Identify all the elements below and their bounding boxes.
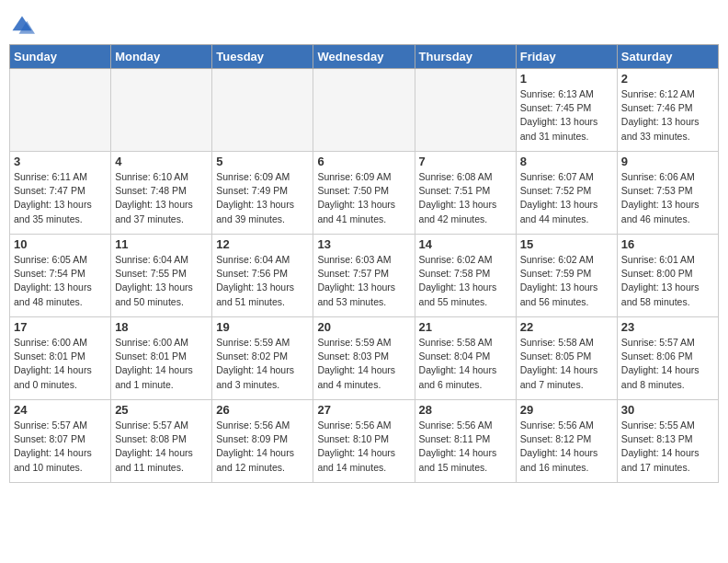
calendar-cell: [415, 69, 516, 152]
day-info: Sunrise: 6:04 AMSunset: 7:55 PMDaylight:…: [115, 253, 208, 309]
day-number: 4: [115, 155, 208, 168]
calendar-table: SundayMondayTuesdayWednesdayThursdayFrid…: [9, 44, 719, 483]
calendar-cell: 8Sunrise: 6:07 AMSunset: 7:52 PMDaylight…: [516, 152, 617, 235]
calendar-cell: 30Sunrise: 5:55 AMSunset: 8:13 PMDayligh…: [617, 400, 718, 483]
calendar-header-row: SundayMondayTuesdayWednesdayThursdayFrid…: [10, 45, 719, 69]
calendar-cell: 29Sunrise: 5:56 AMSunset: 8:12 PMDayligh…: [516, 400, 617, 483]
calendar-week-row: 24Sunrise: 5:57 AMSunset: 8:07 PMDayligh…: [10, 400, 719, 483]
calendar-cell: 18Sunrise: 6:00 AMSunset: 8:01 PMDayligh…: [111, 317, 212, 400]
day-info: Sunrise: 6:13 AMSunset: 7:45 PMDaylight:…: [520, 87, 613, 144]
day-number: 5: [216, 155, 309, 168]
calendar-cell: 21Sunrise: 5:58 AMSunset: 8:04 PMDayligh…: [415, 317, 516, 400]
day-number: 22: [520, 320, 613, 334]
calendar-cell: [212, 69, 313, 152]
calendar-cell: 6Sunrise: 6:09 AMSunset: 7:50 PMDaylight…: [313, 152, 415, 235]
calendar-cell: 15Sunrise: 6:02 AMSunset: 7:59 PMDayligh…: [516, 235, 617, 317]
calendar-week-row: 3Sunrise: 6:11 AMSunset: 7:47 PMDaylight…: [10, 152, 719, 235]
day-info: Sunrise: 6:10 AMSunset: 7:48 PMDaylight:…: [115, 170, 208, 226]
day-info: Sunrise: 6:02 AMSunset: 7:59 PMDaylight:…: [520, 253, 613, 309]
calendar-cell: 12Sunrise: 6:04 AMSunset: 7:56 PMDayligh…: [212, 235, 313, 317]
day-info: Sunrise: 5:56 AMSunset: 8:09 PMDaylight:…: [216, 419, 309, 475]
calendar-cell: 25Sunrise: 5:57 AMSunset: 8:08 PMDayligh…: [111, 400, 212, 483]
calendar-cell: [10, 69, 111, 152]
day-number: 17: [14, 320, 107, 334]
calendar-cell: 28Sunrise: 5:56 AMSunset: 8:11 PMDayligh…: [415, 400, 516, 483]
day-info: Sunrise: 5:57 AMSunset: 8:07 PMDaylight:…: [14, 419, 107, 475]
weekday-header: Tuesday: [212, 45, 313, 69]
calendar-cell: 23Sunrise: 5:57 AMSunset: 8:06 PMDayligh…: [617, 317, 718, 400]
weekday-header: Saturday: [617, 45, 718, 69]
generalblue-logo-icon: [9, 13, 35, 39]
calendar-cell: 1Sunrise: 6:13 AMSunset: 7:45 PMDaylight…: [516, 69, 617, 152]
day-number: 9: [621, 155, 714, 168]
day-info: Sunrise: 6:11 AMSunset: 7:47 PMDaylight:…: [14, 170, 107, 226]
day-number: 3: [14, 155, 107, 168]
weekday-header: Friday: [516, 45, 617, 69]
page-header: [9, 9, 719, 39]
day-number: 27: [317, 403, 410, 417]
day-number: 15: [520, 237, 613, 251]
day-number: 14: [419, 237, 512, 251]
day-info: Sunrise: 5:59 AMSunset: 8:02 PMDaylight:…: [216, 336, 309, 392]
day-info: Sunrise: 6:06 AMSunset: 7:53 PMDaylight:…: [621, 170, 714, 226]
calendar-cell: 24Sunrise: 5:57 AMSunset: 8:07 PMDayligh…: [10, 400, 111, 483]
day-info: Sunrise: 6:03 AMSunset: 7:57 PMDaylight:…: [317, 253, 410, 309]
weekday-header: Sunday: [10, 45, 111, 69]
day-info: Sunrise: 6:08 AMSunset: 7:51 PMDaylight:…: [419, 170, 512, 226]
day-number: 11: [115, 237, 208, 251]
calendar-cell: 22Sunrise: 5:58 AMSunset: 8:05 PMDayligh…: [516, 317, 617, 400]
day-info: Sunrise: 6:12 AMSunset: 7:46 PMDaylight:…: [621, 87, 714, 144]
calendar-cell: 11Sunrise: 6:04 AMSunset: 7:55 PMDayligh…: [111, 235, 212, 317]
calendar-cell: 19Sunrise: 5:59 AMSunset: 8:02 PMDayligh…: [212, 317, 313, 400]
day-info: Sunrise: 5:56 AMSunset: 8:12 PMDaylight:…: [520, 419, 613, 475]
day-number: 16: [621, 237, 714, 251]
day-number: 2: [621, 72, 714, 86]
day-info: Sunrise: 6:09 AMSunset: 7:50 PMDaylight:…: [317, 170, 410, 226]
day-number: 28: [419, 403, 512, 417]
calendar-cell: 7Sunrise: 6:08 AMSunset: 7:51 PMDaylight…: [415, 152, 516, 235]
day-number: 6: [317, 155, 410, 168]
day-number: 12: [216, 237, 309, 251]
day-number: 7: [419, 155, 512, 168]
calendar-cell: 3Sunrise: 6:11 AMSunset: 7:47 PMDaylight…: [10, 152, 111, 235]
day-info: Sunrise: 5:57 AMSunset: 8:08 PMDaylight:…: [115, 419, 208, 475]
day-info: Sunrise: 6:05 AMSunset: 7:54 PMDaylight:…: [14, 253, 107, 309]
day-number: 10: [14, 237, 107, 251]
calendar-cell: 26Sunrise: 5:56 AMSunset: 8:09 PMDayligh…: [212, 400, 313, 483]
day-info: Sunrise: 5:57 AMSunset: 8:06 PMDaylight:…: [621, 336, 714, 392]
day-info: Sunrise: 6:04 AMSunset: 7:56 PMDaylight:…: [216, 253, 309, 309]
calendar-cell: 2Sunrise: 6:12 AMSunset: 7:46 PMDaylight…: [617, 69, 718, 152]
day-number: 25: [115, 403, 208, 417]
calendar-cell: 4Sunrise: 6:10 AMSunset: 7:48 PMDaylight…: [111, 152, 212, 235]
day-info: Sunrise: 5:56 AMSunset: 8:10 PMDaylight:…: [317, 419, 410, 475]
weekday-header: Thursday: [415, 45, 516, 69]
calendar-cell: 9Sunrise: 6:06 AMSunset: 7:53 PMDaylight…: [617, 152, 718, 235]
calendar-week-row: 10Sunrise: 6:05 AMSunset: 7:54 PMDayligh…: [10, 235, 719, 317]
day-info: Sunrise: 5:58 AMSunset: 8:05 PMDaylight:…: [520, 336, 613, 392]
day-info: Sunrise: 5:55 AMSunset: 8:13 PMDaylight:…: [621, 419, 714, 475]
calendar-cell: 14Sunrise: 6:02 AMSunset: 7:58 PMDayligh…: [415, 235, 516, 317]
calendar-cell: 13Sunrise: 6:03 AMSunset: 7:57 PMDayligh…: [313, 235, 415, 317]
calendar-cell: 27Sunrise: 5:56 AMSunset: 8:10 PMDayligh…: [313, 400, 415, 483]
day-number: 19: [216, 320, 309, 334]
day-number: 1: [520, 72, 613, 86]
calendar-cell: 10Sunrise: 6:05 AMSunset: 7:54 PMDayligh…: [10, 235, 111, 317]
day-info: Sunrise: 6:00 AMSunset: 8:01 PMDaylight:…: [14, 336, 107, 392]
calendar-cell: [111, 69, 212, 152]
weekday-header: Monday: [111, 45, 212, 69]
day-number: 23: [621, 320, 714, 334]
calendar-cell: 17Sunrise: 6:00 AMSunset: 8:01 PMDayligh…: [10, 317, 111, 400]
day-info: Sunrise: 6:02 AMSunset: 7:58 PMDaylight:…: [419, 253, 512, 309]
day-number: 18: [115, 320, 208, 334]
day-number: 30: [621, 403, 714, 417]
weekday-header: Wednesday: [313, 45, 415, 69]
day-info: Sunrise: 6:00 AMSunset: 8:01 PMDaylight:…: [115, 336, 208, 392]
day-number: 21: [419, 320, 512, 334]
day-info: Sunrise: 6:01 AMSunset: 8:00 PMDaylight:…: [621, 253, 714, 309]
day-number: 29: [520, 403, 613, 417]
calendar-week-row: 1Sunrise: 6:13 AMSunset: 7:45 PMDaylight…: [10, 69, 719, 152]
calendar-cell: 20Sunrise: 5:59 AMSunset: 8:03 PMDayligh…: [313, 317, 415, 400]
day-number: 26: [216, 403, 309, 417]
day-number: 8: [520, 155, 613, 168]
day-number: 13: [317, 237, 410, 251]
